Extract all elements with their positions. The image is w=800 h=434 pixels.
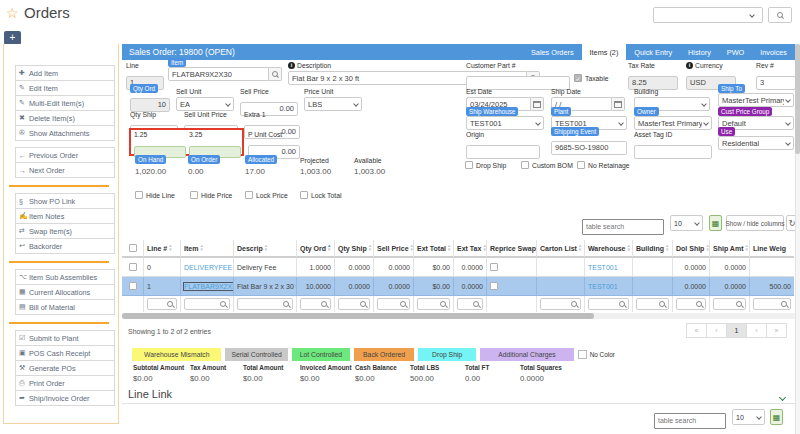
select-all-checkbox[interactable] xyxy=(129,244,137,252)
table-search-input[interactable] xyxy=(582,219,664,235)
action-show-po-link[interactable]: §Show PO Link xyxy=(15,193,115,209)
column-filter-input[interactable] xyxy=(540,298,581,310)
column-filter-input[interactable] xyxy=(338,298,370,310)
action-pos-cash-receipt[interactable]: ▣POS Cash Receipt xyxy=(15,345,115,361)
action-item-notes[interactable]: ✍Item Notes xyxy=(15,208,115,224)
row-checkbox[interactable] xyxy=(129,263,137,271)
tab-history[interactable]: History xyxy=(680,44,719,60)
favorite-star-icon[interactable]: ☆ xyxy=(6,5,19,21)
col-carton-list[interactable]: Carton List▴▾ xyxy=(537,240,585,258)
custom-bom-checkbox[interactable] xyxy=(521,161,529,169)
col-sell-price[interactable]: Sell Price▴▾ xyxy=(374,240,414,258)
info-icon[interactable]: i xyxy=(288,62,295,69)
col-qty-ship[interactable]: Qty Ship▴▾ xyxy=(335,240,374,258)
action-next-order[interactable]: →Next Order xyxy=(15,162,115,178)
column-filter-input[interactable] xyxy=(377,298,410,310)
col-building[interactable]: Building▴▾ xyxy=(633,240,673,258)
ship-warehouse-select[interactable]: TEST001 xyxy=(466,116,544,130)
column-filter-input[interactable] xyxy=(636,298,669,310)
column-filter-input[interactable] xyxy=(147,298,177,310)
action-previous-order[interactable]: ←Previous Order xyxy=(15,147,115,163)
ship-to-select[interactable]: MasterTest Primary W xyxy=(718,93,794,107)
action-delete-items[interactable]: ✖Delete Item(s) xyxy=(15,110,115,126)
tab-invoices[interactable]: Invoices xyxy=(752,44,795,60)
col-ext-total[interactable]: Ext Total▴▾ xyxy=(414,240,454,258)
plant-label-badge[interactable]: Plant xyxy=(551,107,571,116)
action-backorder[interactable]: ↩Backorder xyxy=(15,238,115,254)
shipping-event-field[interactable] xyxy=(551,141,627,155)
line-link-search-input[interactable] xyxy=(654,413,726,429)
lock-total-checkbox[interactable] xyxy=(300,191,308,199)
lock-price-checkbox[interactable] xyxy=(245,191,253,199)
action-current-allocations[interactable]: ▦Current Allocations xyxy=(15,284,115,300)
last-page-button[interactable]: » xyxy=(766,323,787,338)
scrollbar-thumb[interactable] xyxy=(795,44,800,154)
col-qty-ord[interactable]: Qty Ord▴▾ xyxy=(297,240,335,258)
collapse-section-button[interactable] xyxy=(780,386,790,396)
warehouse-link[interactable]: TEST001 xyxy=(588,283,618,290)
info-icon[interactable]: i xyxy=(686,62,693,69)
show-hide-columns-button[interactable]: Show / hide columns xyxy=(726,215,784,231)
page-1-button[interactable]: 1 xyxy=(726,323,747,338)
col-item[interactable]: Item▴▾ xyxy=(181,240,234,258)
drop-ship-checkbox[interactable] xyxy=(465,161,473,169)
action-item-sub-assemblies[interactable]: ⌥Item Sub Assemblies xyxy=(15,269,115,285)
global-search-button[interactable] xyxy=(768,7,792,23)
action-bill-of-material[interactable]: ▤Bill of Material xyxy=(15,299,115,315)
col-ship-amt[interactable]: Ship Amt▴▾ xyxy=(710,240,750,258)
column-filter-input[interactable] xyxy=(237,298,293,310)
action-multi-edit-items[interactable]: ✎Multi-Edit Item(s) xyxy=(15,95,115,111)
export-excel-button[interactable]: ▦ xyxy=(709,215,722,231)
tab-items[interactable]: Items (2) xyxy=(582,44,627,60)
ship-warehouse-label-badge[interactable]: Ship Warehouse xyxy=(466,107,518,116)
col-dol-ship[interactable]: Dol Ship▴▾ xyxy=(673,240,710,258)
table-row-selected[interactable]: 1 FLATBAR9X2X30 Flat Bar 9 x 2 x 30 ft 1… xyxy=(122,277,795,296)
use-select[interactable]: Residential xyxy=(718,136,794,150)
item-link[interactable]: DELIVERYFEE xyxy=(184,264,232,271)
column-filter-input[interactable] xyxy=(457,298,483,310)
col-ext-tax[interactable]: Ext Tax▴▾ xyxy=(454,240,487,258)
vertical-scrollbar[interactable] xyxy=(795,44,800,434)
prev-page-button[interactable]: ‹ xyxy=(706,323,727,338)
line-link-export-excel-button[interactable]: ▦ xyxy=(770,409,783,425)
origin-field[interactable] xyxy=(466,145,540,159)
action-show-attachments[interactable]: ✇Show Attachments xyxy=(15,125,115,141)
action-swap-items[interactable]: ⇄Swap Item(s) xyxy=(15,223,115,239)
col-line[interactable]: Line #▴▾ xyxy=(144,240,181,258)
action-print-order[interactable]: ⎙Print Order xyxy=(15,375,115,391)
price-unit-select[interactable]: LBS xyxy=(304,97,362,111)
add-tab-button[interactable]: + xyxy=(4,31,21,45)
use-label-badge[interactable]: Use xyxy=(718,127,735,136)
col-descrip[interactable]: Descrip▴▾ xyxy=(234,240,297,258)
item-link[interactable]: FLATBAR9X2X30 xyxy=(184,283,234,290)
column-filter-input[interactable] xyxy=(753,298,791,310)
action-edit-item[interactable]: ✎Edit Item xyxy=(15,80,115,96)
owner-label-badge[interactable]: Owner xyxy=(634,107,659,116)
scrollbar-thumb[interactable] xyxy=(122,313,594,319)
ship-to-label-badge[interactable]: Ship To xyxy=(718,84,745,93)
reprice-swap-checkbox[interactable] xyxy=(490,263,498,271)
column-filter-input[interactable] xyxy=(713,298,746,310)
page-size-select[interactable]: 10 xyxy=(670,215,703,231)
shipping-event-label-badge[interactable]: Shipping Event xyxy=(551,127,599,136)
no-retainage-checkbox[interactable] xyxy=(577,161,585,169)
hide-line-checkbox[interactable] xyxy=(135,191,143,199)
tab-quick-entry[interactable]: Quick Entry xyxy=(626,44,680,60)
column-filter-input[interactable] xyxy=(588,298,629,310)
cust-price-group-label-badge[interactable]: Cust Price Group xyxy=(718,107,772,116)
column-filter-input[interactable] xyxy=(417,298,450,310)
item-search-button[interactable] xyxy=(269,67,282,81)
action-submit-to-plant[interactable]: ☑Submit to Plant xyxy=(15,330,115,346)
hide-price-checkbox[interactable] xyxy=(190,191,198,199)
action-generate-pos[interactable]: ⚒Generate POs xyxy=(15,360,115,376)
asset-tag-field[interactable] xyxy=(634,145,712,159)
col-reprice-swap[interactable]: Reprice Swap xyxy=(487,240,537,258)
column-filter-input[interactable] xyxy=(184,298,230,310)
table-row[interactable]: 0 DELIVERYFEE Delivery Fee 1.0000 0.0000… xyxy=(122,258,795,277)
action-add-item[interactable]: ✚Add Item xyxy=(15,65,115,81)
reprice-swap-checkbox[interactable] xyxy=(490,282,498,290)
horizontal-scrollbar[interactable] xyxy=(122,313,795,319)
tab-pwo[interactable]: PWO xyxy=(719,44,752,60)
qty-ord-label-badge[interactable]: Qty Ord xyxy=(130,84,158,93)
tab-sales-orders[interactable]: Sales Orders xyxy=(523,44,582,60)
